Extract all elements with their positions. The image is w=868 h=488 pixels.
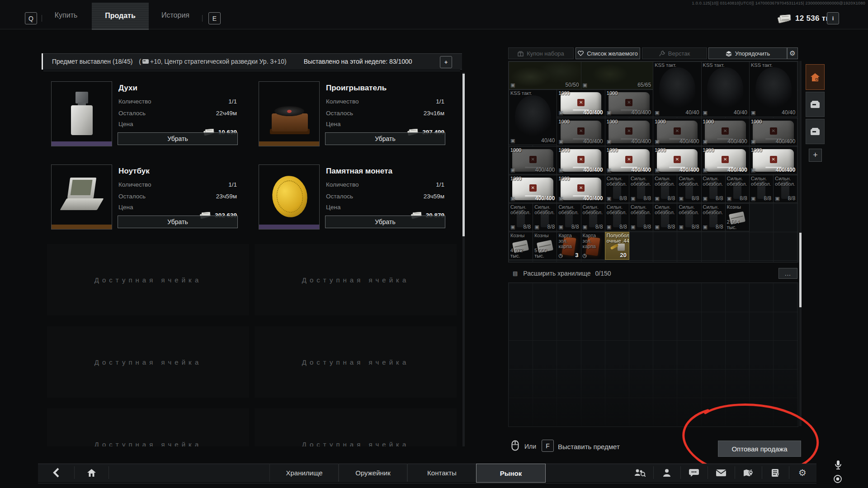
inventory-item-bag[interactable]: 1000400/400▣ [653,118,701,146]
tab-sell[interactable]: Продать [92,3,149,30]
empty-slot[interactable]: Доступная ячейка [255,326,457,398]
inventory-item-helmet[interactable]: KSS такт.40/40▣ [701,61,750,117]
wrench-icon [659,51,665,56]
mail-button[interactable] [708,464,735,482]
inventory-item-bag[interactable]: 1000400/400▣ [605,146,653,174]
inventory-item-armor[interactable]: 50/50▣ [509,61,581,89]
inventory-item-bag[interactable]: 1000400/400▣ [557,175,605,203]
left-scrollbar-thumb[interactable] [462,74,465,236]
add-container-button[interactable]: + [809,149,822,162]
inventory-item-helmet[interactable]: KSS такт.40/40▣ [653,61,701,117]
or-label: Или [524,443,536,450]
inventory-item-pk[interactable]: Сильн. обезбол.8/8▣ [725,175,750,203]
inventory-item-pk[interactable]: Сильн. обезбол.8/8▣ [773,175,797,203]
inventory-item-helmet[interactable]: KSS такт.40/40▣ [509,89,557,145]
inventory-item-pk[interactable]: Сильн. обезбол.8/8▣ [701,203,726,231]
inventory-item-pk[interactable]: Сильн. обезбол.8/8▣ [605,203,629,231]
empty-slot[interactable]: Доступная ячейка [47,244,249,315]
inventory-item-bag[interactable]: 1000400/400▣ [701,146,750,174]
inventory-item-pk[interactable]: Сильн. обезбол.8/8▣ [557,203,581,231]
empty-slot[interactable]: Доступная ячейка [255,244,457,315]
wholesale-button[interactable]: Оптовая продажа [718,441,801,457]
coupon-set-button[interactable]: Купон набора [508,47,574,59]
home-button[interactable] [74,464,108,482]
stash-tab-button[interactable] [806,64,825,90]
keybind-e: E [208,12,221,24]
inventory-item-bag[interactable]: 1000400/400▣ [605,118,653,146]
inventory-item-cover[interactable]: 65/65▣ [581,61,654,89]
inventory-item-bag[interactable]: 1000400/400▣ [605,89,653,117]
inventory-item-pk[interactable]: Сильн. обезбол.8/8▣ [677,175,701,203]
inventory-item-bag[interactable]: 1000400/400▣ [653,146,701,174]
item-capacity-label: 40/40 [782,109,795,116]
info-button[interactable]: i [827,12,839,24]
market-settings-button[interactable]: ⚙ [787,47,798,59]
empty-slot[interactable]: Доступная ячейка [47,408,249,446]
inventory-item-money[interactable]: Козны5 000 тыс. [533,232,557,260]
settings-button[interactable]: ⚙ [789,464,816,482]
inventory-item-pk[interactable]: Сильн. обезбол.8/8▣ [677,203,701,231]
remove-listing-button[interactable]: Убрать [325,216,445,228]
inventory-item-pk[interactable]: Сильн. обезбол.8/8▣ [701,175,726,203]
nav-tab-contacts[interactable]: Контакты [407,464,477,482]
add-listing-button[interactable]: + [440,56,452,68]
item-capacity-label: 8/8 [571,224,579,230]
profile-button[interactable] [653,464,680,482]
wishlist-button[interactable]: Список желаемого [576,47,640,59]
chat-button[interactable] [680,464,708,482]
item-name-label: Сильн. обезбол. [631,204,653,215]
inventory-item-money[interactable]: Козны4 972 тыс. [509,232,533,260]
workbench-button[interactable]: Верстак [642,47,707,59]
nav-tab-storage[interactable]: Хранилище [269,464,339,482]
inventory-item-pk[interactable]: Сильн. обезбол.8/8▣ [581,203,605,231]
item-capacity-label: 8/8 [644,224,651,230]
map-button[interactable] [735,464,762,482]
inventory-item-bag[interactable]: 1000400/400▣ [557,146,605,174]
inventory-item-bag[interactable]: 1000400/400▣ [749,118,797,146]
expand-storage-more-button[interactable]: ... [778,268,797,279]
inventory-item-pk[interactable]: Сильн. обезбол.8/8▣ [629,175,653,203]
inventory-item-pk[interactable]: Сильн. обезбол.8/8▣ [629,203,653,231]
record-icon[interactable] [833,474,842,483]
remove-listing-button[interactable]: Убрать [325,132,445,145]
inventory-item-bag[interactable]: 1000400/400▣ [557,89,605,117]
container-tab-button[interactable] [806,119,825,144]
inventory-item-card[interactable]: Карта зол. карпа◷ [581,232,605,260]
inventory-item-pk[interactable]: Сильн. обезбол.8/8▣ [533,203,557,231]
item-name: Памятная монета [326,167,392,176]
inventory-item-bag[interactable]: 1000400/400▣ [509,175,557,203]
stash-scrollbar-thumb[interactable] [799,233,802,307]
expansion-grid [508,282,798,427]
inventory-item-pk[interactable]: Сильн. обезбол.8/8▣ [749,175,774,203]
item-capacity-label: 400/400 [583,109,603,116]
empty-slot[interactable]: Доступная ячейка [255,408,457,446]
item-capacity-label: 8/8 [692,195,699,202]
item-capacity-label: 8/8 [692,224,699,230]
inventory-item-pk[interactable]: Сильн. обезбол.8/8▣ [509,203,533,231]
tab-history[interactable]: История [155,6,196,24]
inventory-item-bag[interactable]: 1000400/400▣ [749,146,797,174]
container-tab-button[interactable] [806,92,825,117]
inventory-item-bag[interactable]: 1000400/400▣ [557,118,605,146]
remove-listing-button[interactable]: Убрать [118,216,238,228]
inventory-item-bag[interactable]: 1000400/400▣ [509,146,557,174]
version-text: 1.0.0.125[10]| 03140810[UTC0]| 147000367… [692,1,865,5]
inventory-item-helmet[interactable]: KSS такт.40/40▣ [749,61,797,117]
inventory-item-pk[interactable]: Сильн. обезбол.8/8▣ [653,203,677,231]
team-search-button[interactable] [626,464,653,482]
tab-buy[interactable]: Купить [45,6,87,24]
back-button[interactable] [38,464,74,482]
inventory-item-pk[interactable]: Сильн. обезбол.8/8▣ [653,175,677,203]
sort-button[interactable]: Упорядочить [708,47,787,59]
mic-icon[interactable] [835,460,842,470]
nav-tab-market[interactable]: Рынок [476,464,546,483]
inventory-item-bag[interactable]: 1000400/400▣ [701,118,750,146]
inventory-item-money[interactable]: Козны2 564 тыс. [725,203,750,231]
empty-slot[interactable]: Доступная ячейка [47,326,249,398]
news-button[interactable] [762,464,789,482]
nav-tab-gunsmith[interactable]: Оружейник [338,464,408,482]
inventory-item-card[interactable]: Карта зол. карпа3◷ [557,232,581,260]
inventory-item-pk[interactable]: Сильн. обезбол.8/8▣ [605,175,629,203]
inventory-item-ammo[interactable]: Полуобол очные .4420 [605,232,629,260]
remove-listing-button[interactable]: Убрать [118,132,238,145]
